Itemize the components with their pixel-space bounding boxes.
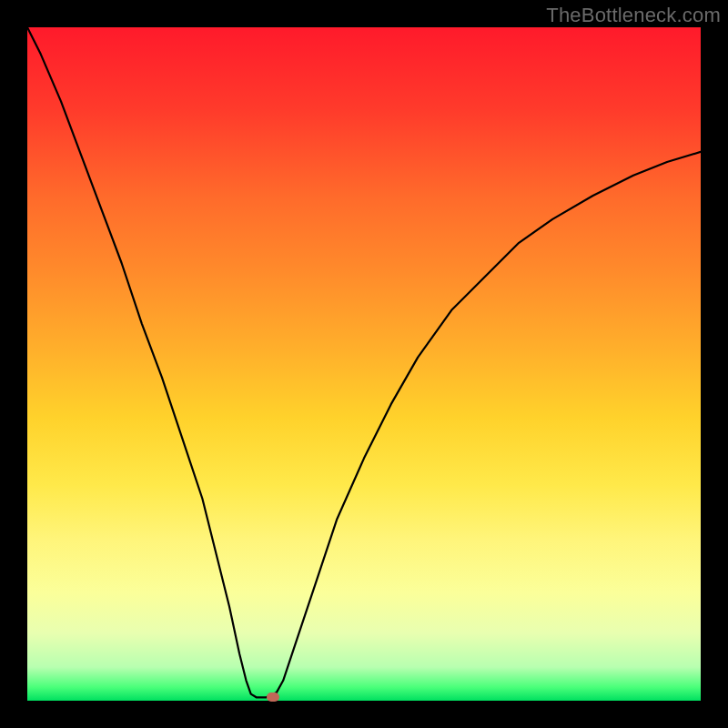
bottleneck-curve (27, 27, 701, 701)
optimal-point-marker (267, 693, 279, 702)
plot-area (27, 27, 701, 701)
watermark-text: TheBottleneck.com (546, 4, 721, 27)
chart-frame: TheBottleneck.com (0, 0, 728, 728)
